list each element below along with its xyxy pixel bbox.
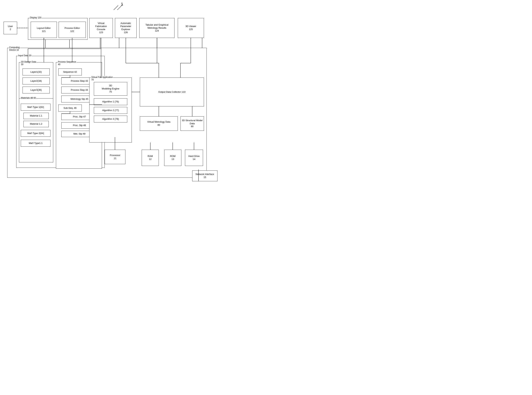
layer3-box: Layer3(36) [22,87,50,93]
mat-type11-box: Mat'l Type1.1 [21,140,50,147]
ram-label: RAM12 [148,155,153,161]
algorithm1-box: Algorithm 1 (76) [94,98,127,105]
virtual-metrology-label: Virtual Metrology Data80 [147,121,170,127]
met-stp49-label: Met. Stp 49 [73,132,85,136]
vfc-box: VirtualFabricationConsole123 [89,18,113,38]
mat-type2-box: Mat'l Type 2(64) [21,130,50,137]
computing-device-label: ComputingDevice 10 [9,46,20,51]
layer1-label: Layer1(32) [30,71,42,74]
process-editor-label: Process Editor122 [65,27,80,33]
metrology-results-label: Tabular and GraphicalMetrology Results12… [145,23,168,33]
metrology-results-box: Tabular and GraphicalMetrology Results12… [139,18,175,38]
display-label: Display 120 [30,16,42,19]
layout-editor-label: Layout Editor121 [37,27,51,33]
input-data-label: Input Data 20 [18,54,32,57]
rom-label: ROM13 [170,155,175,161]
user-number: 2 [10,28,11,31]
network-interface-box: Network Interface15 [192,170,217,181]
layer3-label: Layer3(36) [30,88,42,92]
algorithm2-box: Algorithm 2 (77) [94,107,127,114]
ram-box: RAM12 [142,150,159,166]
vfa-label: Virtual Fab Application70 [91,76,113,81]
algorithm2-label: Algorithm 2 (77) [102,109,119,112]
design-2d-label: 2D Design Data30 [21,60,37,66]
mat-type11-label: Mat'l Type1.1 [29,142,43,145]
sub-seq46-label: Sub-Seq. 46 [64,107,77,110]
hard-drive-box: Hard Drive14 [185,150,203,166]
virtual-metrology-box: Virtual Metrology Data80 [140,116,178,131]
mat-type1-label: Mat'l Type 1(62) [27,106,44,109]
material11-box: Material 1.1 [23,113,49,119]
user-box: User 2 [4,22,17,34]
proc-stp47-label: Proc. Stp 47 [73,115,86,118]
material12-label: Material 1.2 [30,122,42,126]
diagram-ref: 1 [121,2,123,6]
process-sequence-label: Process Sequence40 [58,60,77,66]
structural-model-label: 3D Structural ModelData90 [182,119,203,128]
materials-db-label: Materials dB 60 [21,97,36,99]
processor-box: Processor11 [105,150,125,164]
sequence42-box: Sequence 42 [58,69,82,75]
structural-model-box: 3D Structural ModelData90 [180,116,204,131]
sequence42-label: Sequence 42 [63,71,77,74]
layer2-label: Layer2(34) [30,80,42,82]
mat-type1-box: Mat'l Type 1(62) [21,104,50,110]
process-editor-box: Process Editor122 [59,22,86,38]
process-step44-label: Process Step 44 [71,88,88,92]
metrology-stp45-label: Metrology Stp 45 [71,98,88,101]
modeling-engine-box: 3DModeling Engine75 [94,82,127,96]
mat-type2-label: Mat'l Type 2(64) [27,132,44,135]
material11-label: Material 1.1 [30,114,42,117]
output-data-collector-label: Output Data Collector 110 [158,91,185,94]
processor-label: Processor11 [110,154,120,160]
proc-stp48-label: Proc. Stp 48 [73,124,86,127]
modeling-engine-label: 3DModeling Engine75 [102,84,119,93]
layer2-box: Layer2(34) [22,77,50,84]
rom-box: ROM13 [164,150,181,166]
layout-editor-box: Layout Editor121 [31,22,57,38]
algorithm3-box: Algorithm 3 (78) [94,116,127,122]
hard-drive-label: Hard Drive14 [188,155,200,161]
algorithm3-label: Algorithm 3 (78) [102,118,119,121]
user-label: User [8,25,13,28]
material12-box: Material 1.2 [23,121,49,127]
algorithm1-label: Algorithm 1 (76) [102,100,119,103]
ape-box: AutomaticParameterExplorer126 [115,18,137,38]
ape-label: AutomaticParameterExplorer126 [120,22,131,34]
output-data-collector-box: Output Data Collector 110 [140,77,204,106]
viewer-3d-label: 3D Viewer125 [186,25,196,31]
viewer-3d-box: 3D Viewer125 [178,18,204,38]
vfc-label: VirtualFabricationConsole123 [95,22,107,34]
network-interface-label: Network Interface15 [196,173,214,179]
process-step43-label: Process Step 43 [71,80,88,82]
layer1-box: Layer1(32) [22,69,50,75]
diagram: 1 [0,0,266,198]
sub-seq46-box: Sub-Seq. 46 [58,105,82,111]
